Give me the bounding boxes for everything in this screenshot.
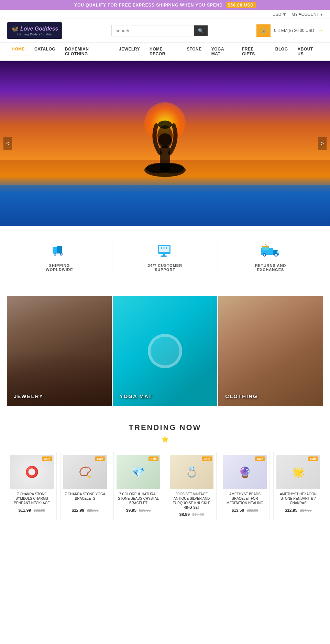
svg-point-23 bbox=[264, 254, 265, 256]
nav-jewelry[interactable]: JEWELRY bbox=[114, 43, 145, 56]
returns-label: RETURNS ANDEXCHANGES bbox=[255, 263, 286, 272]
feature-returns: RETURNS ANDEXCHANGES bbox=[218, 240, 323, 275]
logo[interactable]: 🦋 Love Goddess Helping Body's Vitality bbox=[7, 22, 62, 39]
main-header: 🦋 Love Goddess Helping Body's Vitality 🔍… bbox=[0, 19, 330, 43]
products-grid: ⭕ Sale 7 CHAKRA STONE SYMBOLS CHARMS PEN… bbox=[7, 452, 323, 520]
feature-support: 24/7 CUSTOMERSUPPORT bbox=[112, 240, 218, 275]
sale-badge-3: Sale bbox=[148, 456, 158, 461]
banner-text: YOU QUALIFY FOR FREE EXPRESS SHIPPING WH… bbox=[74, 3, 223, 8]
yoga-bg: YOGA MAT bbox=[113, 296, 218, 406]
price-current-6: $12.95 bbox=[285, 508, 298, 513]
product-icon-6: 🌟 bbox=[292, 466, 305, 478]
hero-next-button[interactable]: > bbox=[318, 137, 327, 150]
svg-point-25 bbox=[275, 254, 277, 256]
nav-stone[interactable]: STONE bbox=[182, 43, 207, 56]
product-title-6: AMETHYST HEXAGON STONE PENDANT & 7 CHAKR… bbox=[276, 492, 320, 506]
nav-catalog[interactable]: CATALOG bbox=[30, 43, 60, 56]
product-prices-6: $12.95 $24.99 bbox=[276, 508, 320, 513]
sale-badge-6: Sale bbox=[308, 456, 318, 461]
price-current-3: $9.95 bbox=[126, 508, 136, 513]
nav-home-decor[interactable]: HOME DECOR bbox=[145, 43, 182, 60]
product-card-3[interactable]: 💎 Sale 7 COLORFUL NATURAL STONE BEADS CR… bbox=[113, 452, 163, 520]
sale-badge-5: Sale bbox=[255, 456, 265, 461]
cart-items-count: 0 ITEM(S) bbox=[274, 28, 293, 33]
product-card-6[interactable]: 🌟 Sale AMETHYST HEXAGON STONE PENDANT & … bbox=[273, 452, 323, 520]
svg-point-15 bbox=[161, 247, 162, 249]
price-original-4: $12.99 bbox=[192, 512, 204, 517]
divider-star-icon: ⭐ bbox=[161, 436, 169, 443]
cart-arrow-icon: → bbox=[318, 27, 323, 34]
product-card-2[interactable]: 📿 Sale 7 CHAKRA STONE YOGA BRACELETS $12… bbox=[60, 452, 110, 520]
product-prices-2: $12.99 $25.00 bbox=[63, 508, 107, 513]
category-jewelry[interactable]: JEWELRY bbox=[7, 296, 112, 406]
cart-button[interactable]: 🛒 bbox=[256, 24, 271, 37]
nav-free-gifts[interactable]: FREE GIFTS bbox=[237, 43, 271, 60]
account-chevron-icon: ▼ bbox=[320, 13, 323, 16]
svg-rect-19 bbox=[161, 256, 167, 257]
product-title-4: 9PCS/SET VINTAGE ANTIQUE SILVER AND TURQ… bbox=[170, 492, 213, 510]
meditation-silhouette bbox=[131, 94, 199, 197]
svg-rect-3 bbox=[160, 146, 170, 170]
logo-title: Love Goddess bbox=[20, 26, 58, 32]
product-image-6: 🌟 Sale bbox=[276, 455, 320, 489]
price-original-3: $19.95 bbox=[139, 508, 151, 512]
nav-bohemian[interactable]: BOHEMIAN CLOTHING bbox=[60, 43, 114, 60]
svg-point-11 bbox=[54, 253, 56, 255]
header-top-bar: USD ▼ MY ACCOUNT ▼ bbox=[0, 10, 330, 19]
price-original-2: $25.00 bbox=[87, 508, 99, 512]
returns-icon bbox=[260, 243, 281, 260]
sale-badge-4: Sale bbox=[202, 456, 212, 461]
hero-prev-button[interactable]: < bbox=[3, 137, 12, 150]
svg-point-16 bbox=[163, 247, 165, 249]
svg-point-17 bbox=[166, 247, 167, 249]
product-card-1[interactable]: ⭕ Sale 7 CHAKRA STONE SYMBOLS CHARMS PEN… bbox=[7, 452, 57, 520]
price-current-4: $8.99 bbox=[179, 512, 190, 517]
product-image-2: 📿 Sale bbox=[63, 455, 107, 489]
svg-point-6 bbox=[158, 121, 172, 129]
nav-blog[interactable]: BLOG bbox=[271, 43, 293, 56]
trending-divider: ⭐ bbox=[7, 436, 323, 443]
product-prices-5: $13.50 $23.99 bbox=[223, 508, 267, 513]
product-image-5: 🔮 Sale bbox=[223, 455, 267, 489]
search-input[interactable] bbox=[111, 25, 194, 36]
search-button[interactable]: 🔍 bbox=[194, 25, 208, 36]
nav-yoga-mat[interactable]: YOGA MAT bbox=[207, 43, 237, 60]
currency-label: USD bbox=[273, 12, 281, 17]
product-card-5[interactable]: 🔮 Sale AMETHYST BEADS BRACELET FOR MEDIT… bbox=[220, 452, 270, 520]
jewelry-label: JEWELRY bbox=[14, 393, 43, 399]
nav-about-us[interactable]: ABOUT US bbox=[293, 43, 323, 60]
category-yoga[interactable]: YOGA MAT bbox=[113, 296, 218, 406]
price-original-5: $23.99 bbox=[247, 508, 258, 512]
trending-title: TRENDING NOW bbox=[7, 423, 323, 432]
my-account-link[interactable]: MY ACCOUNT bbox=[292, 12, 319, 17]
product-prices-3: $9.95 $19.95 bbox=[117, 508, 160, 513]
nav-home[interactable]: HOME bbox=[7, 43, 30, 56]
butterfly-icon: 🦋 bbox=[11, 25, 19, 33]
product-image-3: 💎 Sale bbox=[117, 455, 160, 489]
currency-selector[interactable]: USD ▼ bbox=[273, 12, 286, 17]
product-title-3: 7 COLORFUL NATURAL STONE BEADS CRYSTAL B… bbox=[117, 492, 160, 506]
main-nav: HOME CATALOG BOHEMIAN CLOTHING JEWELRY H… bbox=[0, 43, 330, 61]
price-original-6: $24.99 bbox=[300, 508, 312, 512]
product-icon-5: 🔮 bbox=[239, 466, 251, 478]
product-icon-4: 💍 bbox=[185, 466, 198, 478]
sale-badge-1: Sale bbox=[42, 456, 52, 461]
search-bar: 🔍 bbox=[111, 25, 208, 36]
product-icon-2: 📿 bbox=[79, 466, 91, 478]
banner-amount: $50.00 USD bbox=[226, 2, 256, 8]
product-title-5: AMETHYST BEADS BRACELET FOR MEDITATION H… bbox=[223, 492, 267, 506]
yoga-label: YOGA MAT bbox=[120, 393, 152, 399]
svg-rect-14 bbox=[159, 246, 169, 252]
support-label: 24/7 CUSTOMERSUPPORT bbox=[148, 263, 182, 272]
category-clothing[interactable]: CLOTHING bbox=[218, 296, 323, 406]
cart-info: 0 ITEM(S) $0.00 USD bbox=[274, 28, 314, 33]
product-card-4[interactable]: 💍 Sale 9PCS/SET VINTAGE ANTIQUE SILVER A… bbox=[167, 452, 217, 520]
trending-section: TRENDING NOW ⭐ ⭕ Sale 7 CHAKRA STONE SYM… bbox=[0, 416, 330, 530]
svg-rect-18 bbox=[163, 254, 165, 256]
shipping-icon bbox=[51, 243, 68, 260]
price-current-2: $12.99 bbox=[72, 508, 85, 513]
cart-area: 🛒 0 ITEM(S) $0.00 USD → bbox=[256, 24, 323, 37]
price-current-1: $11.99 bbox=[19, 508, 31, 513]
product-prices-1: $11.99 $22.99 bbox=[10, 508, 54, 513]
product-prices-4: $8.99 $12.99 bbox=[170, 512, 213, 517]
